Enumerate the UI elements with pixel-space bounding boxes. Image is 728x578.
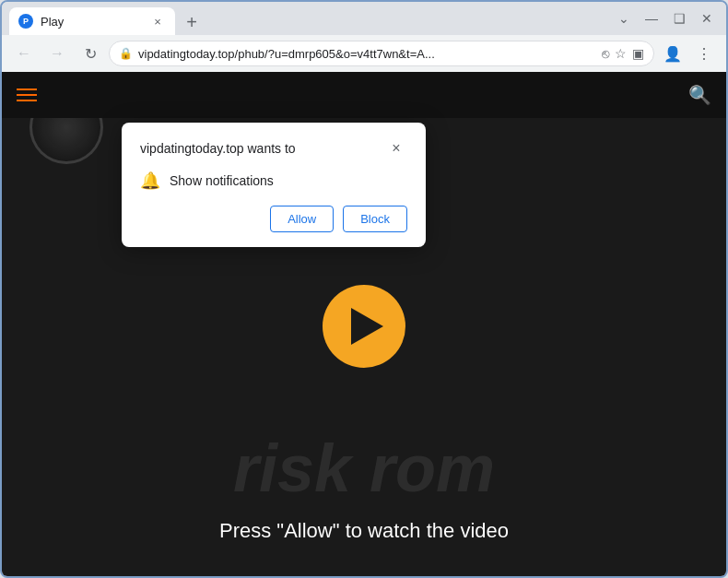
menu-button[interactable]: ⋮ bbox=[689, 39, 719, 68]
play-button[interactable] bbox=[323, 285, 405, 368]
url-text: vipdatingtoday.top/phub/?u=dmrp605&o=v4t… bbox=[138, 47, 596, 61]
reload-button[interactable]: ↻ bbox=[76, 39, 105, 68]
bell-icon: 🔔 bbox=[140, 171, 160, 191]
share-icon[interactable]: ⎋ bbox=[602, 46, 609, 61]
site-search-button[interactable]: 🔍 bbox=[688, 84, 711, 106]
profile-button[interactable]: 👤 bbox=[658, 39, 687, 68]
hamburger-menu-button[interactable] bbox=[17, 88, 37, 101]
dialog-header: vipdatingtoday.top wants to × bbox=[140, 137, 407, 159]
window-controls: ⌄ — ❑ ✕ bbox=[612, 6, 719, 30]
tab-close-button[interactable]: × bbox=[149, 13, 166, 29]
maximize-button[interactable]: ❑ bbox=[667, 6, 691, 30]
allow-button[interactable]: Allow bbox=[270, 206, 334, 232]
dialog-close-button[interactable]: × bbox=[385, 137, 407, 159]
block-button[interactable]: Block bbox=[343, 206, 407, 232]
tab-strip: P Play × + bbox=[9, 2, 608, 35]
lock-icon: 🔒 bbox=[119, 47, 133, 60]
window-close-button[interactable]: ✕ bbox=[695, 6, 719, 30]
permission-dialog: vipdatingtoday.top wants to × 🔔 Show not… bbox=[122, 123, 426, 247]
site-header: 🔍 bbox=[2, 72, 726, 118]
toolbar: ← → ↻ 🔒 vipdatingtoday.top/phub/?u=dmrp6… bbox=[2, 35, 726, 72]
play-triangle-icon bbox=[351, 308, 383, 345]
video-prompt-label: Press "Allow" to watch the video bbox=[219, 519, 509, 543]
split-screen-icon[interactable]: ▣ bbox=[632, 46, 644, 61]
dialog-buttons: Allow Block bbox=[140, 206, 407, 232]
title-bar: P Play × + ⌄ — ❑ ✕ bbox=[2, 2, 726, 35]
back-button[interactable]: ← bbox=[9, 39, 39, 68]
dialog-title: vipdatingtoday.top wants to bbox=[140, 141, 296, 156]
new-tab-button[interactable]: + bbox=[179, 9, 205, 35]
page-content: 🔍 risk rom Press "Allow" to watch the vi… bbox=[2, 72, 726, 578]
address-bar[interactable]: 🔒 vipdatingtoday.top/phub/?u=dmrp605&o=v… bbox=[109, 41, 654, 66]
tab-favicon: P bbox=[18, 14, 33, 29]
toolbar-actions: 👤 ⋮ bbox=[658, 39, 719, 68]
notification-option: 🔔 Show notifications bbox=[140, 171, 407, 191]
tab-title: Play bbox=[41, 15, 142, 29]
chevron-down-icon[interactable]: ⌄ bbox=[612, 6, 636, 30]
minimize-button[interactable]: — bbox=[640, 6, 663, 30]
watermark-text: risk rom bbox=[233, 431, 495, 506]
active-tab[interactable]: P Play × bbox=[9, 7, 175, 35]
notification-label: Show notifications bbox=[170, 173, 274, 188]
star-icon[interactable]: ☆ bbox=[615, 46, 627, 61]
forward-button[interactable]: → bbox=[42, 39, 72, 68]
